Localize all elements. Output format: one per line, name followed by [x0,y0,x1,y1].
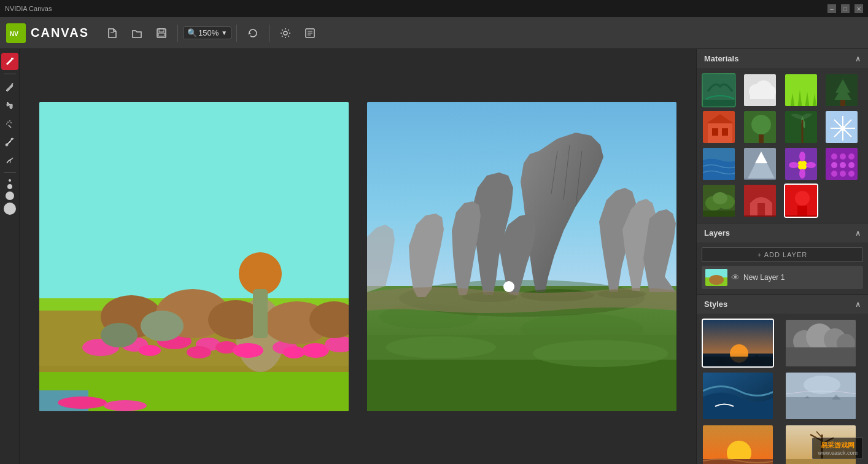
svg-point-41 [141,311,184,341]
svg-point-6 [284,31,287,35]
minimize-button[interactable]: – [827,4,836,13]
svg-rect-94 [744,179,777,181]
toolbar-separator-2 [236,25,237,42]
svg-point-98 [799,169,805,179]
layers-chevron[interactable]: ∧ [855,229,861,238]
style-cloudy[interactable] [785,319,857,368]
materials-title: Materials [704,54,738,63]
add-layer-button[interactable]: + ADD LAYER [702,247,863,262]
svg-rect-115 [703,211,736,218]
svg-point-60 [386,336,496,358]
material-building[interactable] [702,110,736,144]
save-file-button[interactable] [150,22,172,44]
materials-section: Materials ∧ [697,49,868,223]
tool-separator [4,74,16,74]
brush-size-md[interactable] [6,191,14,200]
style-golden-sunset[interactable] [702,424,774,464]
svg-rect-75 [708,123,732,144]
close-button[interactable]: ✕ [854,4,863,13]
svg-rect-123 [785,215,818,218]
watermark-line2: www.easck.com [818,450,858,456]
svg-point-107 [848,162,854,168]
svg-point-13 [7,122,9,123]
materials-chevron[interactable]: ∧ [855,55,861,63]
layers-header: Layers ∧ [697,223,868,242]
brush-tool-button[interactable] [1,53,18,70]
svg-rect-11 [11,58,14,60]
svg-point-109 [840,171,846,177]
layer-thumbnail [705,269,727,286]
canvas-area [20,49,696,464]
help-button[interactable] [299,22,321,44]
settings-button[interactable] [274,22,296,44]
layers-section: Layers ∧ + ADD LAYER 👁 New Layer 1 [697,223,868,295]
material-cloud[interactable] [743,73,777,107]
generated-canvas[interactable] [367,102,676,411]
right-panel: Materials ∧ [696,49,868,464]
brush-size-sm[interactable] [7,184,12,189]
zoom-control[interactable]: 🔍 150% ▼ [183,26,231,39]
material-grass-bright[interactable] [784,73,818,107]
tool-separator-2 [4,172,16,173]
material-dots[interactable] [824,147,859,181]
left-tool-panel [0,49,20,464]
maximize-button[interactable]: □ [841,4,850,13]
layers-content: + ADD LAYER 👁 New Layer 1 [697,242,868,294]
svg-point-126 [709,275,724,285]
svg-point-104 [848,153,854,160]
material-palm[interactable] [784,110,818,144]
style-landscape-sunset[interactable] [702,319,774,368]
toolbar: NV CANVAS 🔍 150% ▼ [0,17,868,49]
svg-point-61 [533,340,668,367]
paint-brush-button[interactable] [1,78,18,95]
material-tree-dark[interactable] [824,73,859,107]
svg-point-106 [840,162,846,168]
style-misty-lake[interactable] [785,371,857,420]
layer-visibility-icon[interactable]: 👁 [731,273,740,282]
material-arch[interactable] [743,184,777,218]
style-ocean-wave[interactable] [702,371,774,420]
toolbar-separator [177,25,178,42]
open-file-button[interactable] [126,22,148,44]
watermark: 易采游戏网 www.easck.com [812,438,863,459]
svg-point-23 [239,252,282,295]
material-shrub[interactable] [702,184,736,218]
svg-point-103 [840,153,846,160]
nvidia-logo: NV [6,23,26,43]
svg-point-96 [797,160,807,170]
layer-item[interactable]: 👁 New Layer 1 [702,266,863,289]
svg-point-44 [58,396,107,409]
new-file-button[interactable] [101,22,123,44]
eyedropper-button[interactable] [1,133,18,150]
smudge-button[interactable] [1,152,18,169]
material-selected[interactable] [784,184,818,218]
svg-rect-59 [367,360,676,411]
material-round-tree[interactable] [743,110,777,144]
svg-point-110 [848,171,854,177]
svg-point-14 [9,120,10,122]
svg-point-33 [139,345,161,356]
rotate-button[interactable] [242,22,264,44]
spray-button[interactable] [1,115,18,132]
material-flower-purple[interactable] [784,147,818,181]
svg-rect-5 [158,33,165,36]
svg-point-80 [751,115,771,134]
material-snowflake[interactable] [824,110,859,144]
svg-point-121 [795,191,810,206]
material-mountain-snow[interactable] [743,147,777,181]
material-water-bird[interactable] [702,73,736,107]
zoom-value: 150% [198,28,219,37]
styles-chevron[interactable]: ∧ [855,300,861,309]
material-water[interactable] [702,147,736,181]
svg-rect-18 [39,102,349,298]
layers-title: Layers [704,228,730,238]
svg-point-15 [10,122,12,123]
svg-point-45 [104,400,147,411]
paint-canvas[interactable] [39,102,349,411]
fill-bucket-button[interactable] [1,96,18,114]
brush-size-lg[interactable] [4,203,16,215]
brush-size-xs[interactable] [9,179,11,182]
svg-rect-145 [786,459,857,464]
layer-name: New Layer 1 [743,273,859,282]
materials-header: Materials ∧ [697,49,868,68]
